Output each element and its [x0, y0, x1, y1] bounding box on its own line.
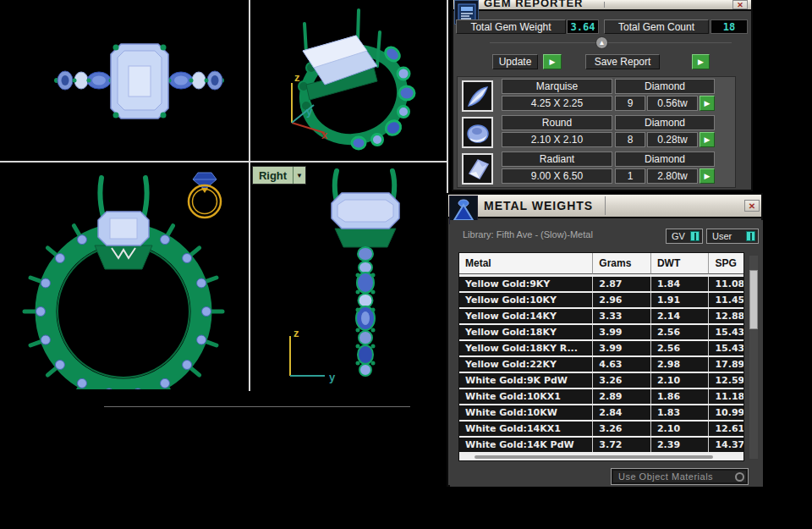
- grams-cell: 2.87: [593, 277, 651, 291]
- grams-cell: 3.99: [593, 325, 651, 339]
- metal-name-cell: White Gold:14K PdW: [459, 438, 593, 452]
- column-header-dwt: DWT: [651, 253, 710, 274]
- viewport-perspective-view[interactable]: z y x: [250, 0, 447, 161]
- metal-table-header: Metal Grams DWT SPG: [459, 253, 744, 274]
- table-row[interactable]: White Gold:10KW 2.84 1.83 10.99: [459, 405, 744, 420]
- axis-z-label: z: [294, 71, 300, 84]
- viewport-border-bottom: [104, 406, 410, 407]
- gv-led-icon: [690, 231, 700, 241]
- ring-perspective-view: z y x: [250, 0, 447, 161]
- spg-cell: 12.88: [709, 309, 744, 323]
- table-row[interactable]: White Gold:9K PdW 3.26 2.10 12.59: [459, 373, 744, 388]
- round-gem-icon: [462, 117, 493, 148]
- gem-weight-cell: 0.56tw: [647, 96, 698, 111]
- gem-row: Marquise Diamond 4.25 X 2.25 9 0.56tw ▶: [458, 79, 735, 113]
- metal-name-cell: Yellow Gold:9KY: [459, 277, 593, 291]
- spg-cell: 15.43: [709, 341, 744, 355]
- axis-y-label: y: [306, 105, 313, 118]
- viewport-front-view[interactable]: [0, 163, 249, 389]
- metal-table-rows: Yellow Gold:9KY 2.87 1.84 11.08 Yellow G…: [459, 277, 744, 454]
- view-label-dropdown[interactable]: Right ▼: [252, 166, 306, 185]
- spg-cell: 10.99: [709, 405, 744, 420]
- table-row[interactable]: White Gold:14KX1 3.26 2.10 12.61: [459, 422, 744, 436]
- grams-cell: 3.26: [593, 422, 651, 436]
- gem-row: Round Diamond 2.10 X 2.10 8 0.28tw ▶: [458, 115, 735, 150]
- total-gem-weight-label: Total Gem Weight: [456, 19, 566, 34]
- axis-z-label: z: [294, 327, 299, 339]
- column-header-grams: Grams: [593, 253, 651, 274]
- total-gem-weight-value: 3.64: [567, 19, 599, 34]
- grams-cell: 3.72: [593, 438, 651, 452]
- viewport-splitter-vertical[interactable]: [249, 0, 250, 391]
- save-report-button[interactable]: Save Report: [585, 54, 660, 69]
- user-label: User: [712, 231, 732, 241]
- user-toggle[interactable]: User: [706, 229, 759, 244]
- grams-cell: 3.26: [593, 373, 651, 388]
- gv-toggle[interactable]: GV: [666, 229, 703, 244]
- total-gem-count-label: Total Gem Count: [604, 19, 709, 34]
- metal-name-cell: Yellow Gold:22KY: [459, 357, 593, 372]
- table-row[interactable]: Yellow Gold:18KY 3.99 2.56 15.43: [459, 325, 744, 339]
- vertical-scrollbar[interactable]: [749, 256, 758, 459]
- gem-weight-cell: 2.80tw: [647, 168, 698, 184]
- gem-row-run-icon[interactable]: ▶: [700, 96, 715, 111]
- gem-shape-cell: Radiant: [502, 152, 612, 167]
- collapse-button[interactable]: ▲: [595, 36, 608, 49]
- table-row[interactable]: Yellow Gold:10KY 2.96 1.91 11.45: [459, 293, 744, 307]
- dwt-cell: 2.10: [651, 422, 710, 436]
- dwt-cell: 2.56: [651, 341, 710, 355]
- spg-cell: 11.45: [709, 293, 744, 307]
- metal-name-cell: Yellow Gold:14KY: [459, 309, 593, 323]
- gv-label: GV: [672, 231, 685, 241]
- update-button[interactable]: Update: [492, 54, 538, 69]
- gem-reporter-titlebar[interactable]: GEM REPORTER: [453, 0, 751, 11]
- metal-weights-panel: METAL WEIGHTS ✕ Library: Fifth Ave - (Sl…: [447, 193, 763, 487]
- grams-cell: 4.63: [593, 357, 651, 372]
- gem-reporter-panel: GEM REPORTER ✕ Total Gem Weight 3.64 Tot…: [452, 0, 753, 191]
- gem-reporter-title: GEM REPORTER: [484, 0, 583, 9]
- ring-head: [303, 10, 380, 100]
- use-object-materials-button[interactable]: Use Object Materials: [611, 468, 749, 485]
- table-row[interactable]: Yellow Gold:14KY 3.33 2.14 12.88: [459, 309, 744, 323]
- gem-row-run-icon[interactable]: ▶: [700, 132, 715, 147]
- spg-cell: 11.08: [709, 277, 744, 291]
- horizontal-scrollbar-thumb[interactable]: [475, 455, 713, 459]
- table-row[interactable]: White Gold:14K PdW 3.72 2.39 14.37: [459, 438, 744, 452]
- dwt-cell: 2.98: [651, 357, 710, 372]
- metal-name-cell: White Gold:14KX1: [459, 422, 593, 436]
- marquise-gem-icon: [462, 80, 493, 112]
- ring-front-view: [0, 163, 249, 389]
- table-row[interactable]: White Gold:10KX1 2.89 1.86 11.18: [459, 389, 744, 404]
- viewport-right-view[interactable]: z y: [250, 163, 447, 389]
- metal-weights-titlebar[interactable]: METAL WEIGHTS: [448, 195, 761, 218]
- metal-name-cell: White Gold:10KX1: [459, 389, 593, 404]
- grams-cell: 2.89: [593, 389, 651, 404]
- spg-cell: 17.89: [709, 357, 744, 372]
- chevron-down-icon[interactable]: ▼: [293, 167, 305, 184]
- ring-top-view: [0, 0, 249, 161]
- vertical-scrollbar-thumb[interactable]: [749, 270, 758, 329]
- gem-count-cell: 1: [615, 168, 645, 184]
- axis-indicator-right: z y: [290, 327, 336, 383]
- close-icon[interactable]: ✕: [732, 0, 748, 9]
- spg-cell: 14.37: [709, 438, 744, 452]
- close-icon[interactable]: ✕: [744, 200, 760, 212]
- gem-type-cell: Diamond: [615, 115, 715, 130]
- gem-count-cell: 8: [615, 132, 645, 147]
- viewport-splitter-horizontal[interactable]: [0, 161, 448, 163]
- axis-x-label: x: [321, 129, 328, 141]
- spg-cell: 15.43: [709, 325, 744, 339]
- save-report-run-icon[interactable]: ▶: [692, 54, 710, 69]
- viewport-top-view[interactable]: [0, 0, 249, 161]
- table-row[interactable]: Yellow Gold:9KY 2.87 1.84 11.08: [459, 277, 744, 291]
- ring-right-head: [332, 171, 399, 247]
- table-row[interactable]: Yellow Gold:18KY R... 3.99 2.56 15.43: [459, 341, 744, 355]
- update-run-icon[interactable]: ▶: [543, 54, 562, 69]
- column-header-spg: SPG: [709, 253, 744, 274]
- gem-table: Marquise Diamond 4.25 X 2.25 9 0.56tw ▶ …: [457, 76, 736, 188]
- table-row[interactable]: Yellow Gold:22KY 4.63 2.98 17.89: [459, 357, 744, 372]
- gem-size-cell: 2.10 X 2.10: [502, 132, 612, 147]
- use-object-materials-label: Use Object Materials: [618, 471, 713, 482]
- gem-row-run-icon[interactable]: ▶: [700, 168, 715, 184]
- grams-cell: 2.84: [593, 405, 651, 420]
